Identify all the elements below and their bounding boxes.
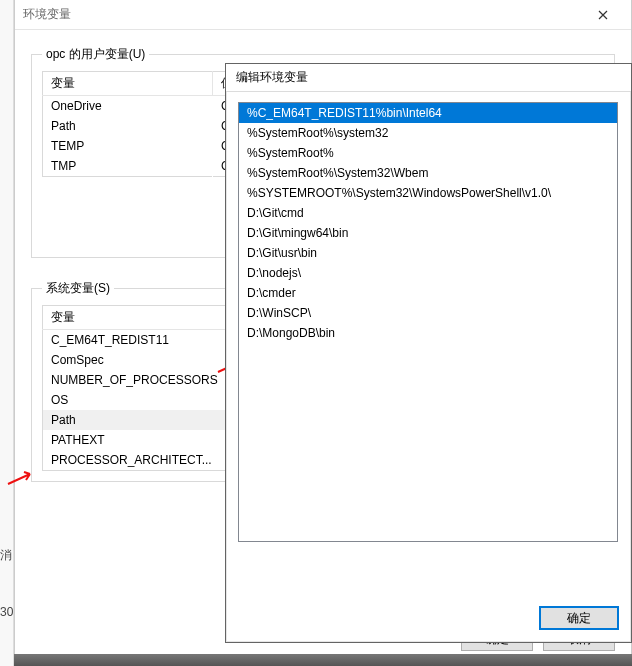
list-item[interactable]: D:\Git\usr\bin [239, 243, 617, 263]
list-item[interactable]: D:\MongoDB\bin [239, 323, 617, 343]
var-name-cell: Path [43, 410, 227, 430]
user-vars-legend: opc 的用户变量(U) [42, 46, 149, 63]
env-dialog-title: 环境变量 [23, 6, 71, 23]
edit-env-dialog: 编辑环境变量 %C_EM64T_REDIST11%bin\Intel64%Sys… [225, 63, 632, 643]
left-strip-text-1: 消 [0, 547, 12, 564]
background-strip [14, 654, 632, 666]
system-vars-legend: 系统变量(S) [42, 280, 114, 297]
var-name-cell: PROCESSOR_ARCHITECT... [43, 450, 227, 471]
var-name-cell: C_EM64T_REDIST11 [43, 330, 227, 351]
col-header-variable[interactable]: 变量 [43, 72, 213, 96]
var-name-cell: ComSpec [43, 350, 227, 370]
close-icon[interactable] [583, 0, 623, 30]
edit-ok-button[interactable]: 确定 [539, 606, 619, 630]
list-item[interactable]: %SystemRoot%\System32\Wbem [239, 163, 617, 183]
app-left-strip: 消 30 [0, 0, 14, 666]
list-item[interactable]: %C_EM64T_REDIST11%bin\Intel64 [239, 103, 617, 123]
var-name-cell: NUMBER_OF_PROCESSORS [43, 370, 227, 390]
var-name-cell: TMP [43, 156, 213, 177]
var-name-cell: PATHEXT [43, 430, 227, 450]
edit-dialog-titlebar[interactable]: 编辑环境变量 [226, 64, 631, 92]
var-name-cell: OneDrive [43, 96, 213, 117]
list-item[interactable]: %SystemRoot%\system32 [239, 123, 617, 143]
var-name-cell: TEMP [43, 136, 213, 156]
env-dialog-titlebar[interactable]: 环境变量 [15, 0, 631, 30]
var-name-cell: Path [43, 116, 213, 136]
list-item[interactable]: D:\Git\cmd [239, 203, 617, 223]
col-header-variable[interactable]: 变量 [43, 306, 227, 330]
list-item[interactable]: D:\WinSCP\ [239, 303, 617, 323]
list-item[interactable]: D:\nodejs\ [239, 263, 617, 283]
left-strip-text-2: 30 [0, 605, 13, 619]
list-item[interactable]: %SYSTEMROOT%\System32\WindowsPowerShell\… [239, 183, 617, 203]
list-item[interactable]: D:\cmder [239, 283, 617, 303]
var-name-cell: OS [43, 390, 227, 410]
list-item[interactable]: %SystemRoot% [239, 143, 617, 163]
edit-dialog-title: 编辑环境变量 [236, 69, 308, 86]
path-listbox[interactable]: %C_EM64T_REDIST11%bin\Intel64%SystemRoot… [238, 102, 618, 542]
list-item[interactable]: D:\Git\mingw64\bin [239, 223, 617, 243]
